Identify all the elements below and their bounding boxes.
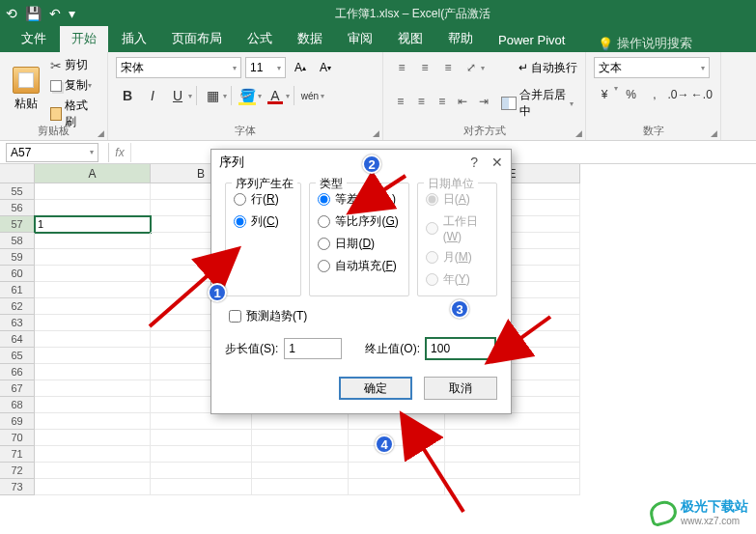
ok-button[interactable]: 确定 bbox=[339, 377, 412, 400]
percent-button[interactable]: % bbox=[620, 84, 641, 105]
row-header[interactable]: 61 bbox=[0, 282, 35, 298]
cell[interactable] bbox=[151, 446, 252, 463]
cell[interactable] bbox=[445, 446, 580, 463]
phonetic-button[interactable]: wén bbox=[298, 84, 322, 107]
currency-button[interactable]: ¥ bbox=[594, 84, 615, 105]
row-header[interactable]: 72 bbox=[0, 463, 35, 479]
comma-button[interactable]: , bbox=[644, 84, 665, 105]
cell[interactable] bbox=[35, 266, 151, 282]
name-box[interactable]: A57▾ bbox=[6, 143, 98, 162]
dialog-titlebar[interactable]: 序列 ? ✕ bbox=[211, 150, 511, 175]
tab-insert[interactable]: 插入 bbox=[110, 26, 158, 52]
cell[interactable] bbox=[35, 413, 151, 430]
cell[interactable] bbox=[35, 479, 151, 495]
radio-rows[interactable]: 行(R) bbox=[234, 191, 293, 208]
cell[interactable] bbox=[35, 380, 151, 397]
cell[interactable] bbox=[35, 364, 151, 380]
row-header[interactable]: 60 bbox=[0, 266, 35, 282]
cell[interactable] bbox=[349, 430, 445, 446]
cell[interactable] bbox=[445, 413, 580, 430]
row-header[interactable]: 62 bbox=[0, 298, 35, 315]
align-left-icon[interactable]: ≡ bbox=[391, 91, 410, 112]
font-color-button[interactable]: A bbox=[264, 84, 287, 107]
cell[interactable] bbox=[35, 200, 151, 216]
decrease-indent-icon[interactable]: ⇤ bbox=[454, 91, 473, 112]
cell[interactable] bbox=[35, 331, 151, 348]
cell[interactable] bbox=[35, 233, 151, 249]
font-size-combo[interactable]: 11▾ bbox=[245, 57, 286, 78]
fx-icon[interactable]: fx bbox=[109, 146, 130, 159]
wrap-text-button[interactable]: ↵自动换行 bbox=[518, 60, 577, 76]
cell[interactable] bbox=[445, 479, 580, 495]
cell[interactable]: 1 bbox=[35, 216, 151, 233]
paste-button[interactable]: 粘贴 bbox=[8, 54, 44, 124]
row-header[interactable]: 67 bbox=[0, 380, 35, 397]
tab-formula[interactable]: 公式 bbox=[236, 26, 284, 52]
cell[interactable] bbox=[349, 446, 445, 463]
row-header[interactable]: 66 bbox=[0, 364, 35, 380]
cell[interactable] bbox=[35, 397, 151, 413]
cell[interactable] bbox=[151, 479, 252, 495]
decrease-font-icon[interactable]: A▾ bbox=[315, 57, 336, 78]
font-expand-icon[interactable]: ◢ bbox=[373, 128, 379, 138]
cell[interactable] bbox=[349, 479, 445, 495]
font-name-combo[interactable]: 宋体▾ bbox=[116, 57, 241, 78]
copy-button[interactable]: 复制▾ bbox=[48, 76, 99, 95]
autosave-icon[interactable]: ⟲ bbox=[6, 6, 17, 21]
cell[interactable] bbox=[349, 463, 445, 479]
column-header[interactable]: A bbox=[35, 164, 151, 183]
radio-date[interactable]: 日期(D) bbox=[318, 236, 400, 252]
cut-button[interactable]: ✂剪切 bbox=[48, 56, 99, 74]
tab-data[interactable]: 数据 bbox=[286, 26, 334, 52]
cell[interactable] bbox=[35, 282, 151, 298]
cell[interactable] bbox=[35, 183, 151, 200]
cell[interactable] bbox=[252, 463, 349, 479]
radio-autofill[interactable]: 自动填充(F) bbox=[318, 258, 400, 274]
row-header[interactable]: 55 bbox=[0, 183, 35, 200]
row-header[interactable]: 70 bbox=[0, 430, 35, 446]
end-value-input[interactable] bbox=[426, 338, 495, 359]
cell[interactable] bbox=[35, 446, 151, 463]
row-header[interactable]: 71 bbox=[0, 446, 35, 463]
row-header[interactable]: 58 bbox=[0, 233, 35, 249]
qat-dropdown-icon[interactable]: ▾ bbox=[69, 6, 75, 21]
bold-button[interactable]: B bbox=[116, 84, 139, 107]
cell[interactable] bbox=[349, 413, 445, 430]
checkbox-trend[interactable]: 预测趋势(T) bbox=[229, 308, 497, 324]
alignment-expand-icon[interactable]: ◢ bbox=[575, 128, 582, 138]
tab-powerpivot[interactable]: Power Pivot bbox=[487, 29, 576, 52]
orientation-icon[interactable]: ⤢ bbox=[461, 57, 482, 78]
cell[interactable] bbox=[35, 463, 151, 479]
row-header[interactable]: 63 bbox=[0, 315, 35, 331]
cell[interactable] bbox=[151, 463, 252, 479]
select-all-corner[interactable] bbox=[0, 164, 35, 183]
cell[interactable] bbox=[35, 430, 151, 446]
number-expand-icon[interactable]: ◢ bbox=[711, 128, 717, 138]
save-icon[interactable]: 💾 bbox=[25, 6, 42, 21]
align-bottom-icon[interactable]: ≡ bbox=[437, 57, 459, 78]
cell[interactable] bbox=[151, 430, 252, 446]
dialog-close-icon[interactable]: ✕ bbox=[491, 155, 503, 170]
cell[interactable] bbox=[35, 249, 151, 266]
row-header[interactable]: 73 bbox=[0, 479, 35, 495]
row-header[interactable]: 68 bbox=[0, 397, 35, 413]
increase-font-icon[interactable]: A▴ bbox=[290, 57, 311, 78]
cell[interactable] bbox=[35, 348, 151, 364]
radio-growth[interactable]: 等比序列(G) bbox=[318, 213, 400, 230]
border-button[interactable]: ▦ bbox=[201, 84, 224, 107]
number-format-combo[interactable]: 文本▾ bbox=[594, 57, 710, 78]
cell[interactable] bbox=[35, 315, 151, 331]
row-header[interactable]: 64 bbox=[0, 331, 35, 348]
increase-decimal-icon[interactable]: .0→ bbox=[667, 84, 688, 105]
tab-help[interactable]: 帮助 bbox=[436, 26, 485, 52]
tab-review[interactable]: 审阅 bbox=[336, 26, 384, 52]
cell[interactable] bbox=[445, 430, 580, 446]
row-header[interactable]: 57 bbox=[0, 216, 35, 233]
row-header[interactable]: 69 bbox=[0, 413, 35, 430]
cell[interactable] bbox=[252, 430, 349, 446]
tab-home[interactable]: 开始 bbox=[60, 26, 108, 52]
dialog-help-icon[interactable]: ? bbox=[470, 155, 478, 170]
undo-icon[interactable]: ↶ bbox=[49, 6, 61, 21]
row-header[interactable]: 65 bbox=[0, 348, 35, 364]
italic-button[interactable]: I bbox=[141, 84, 164, 107]
